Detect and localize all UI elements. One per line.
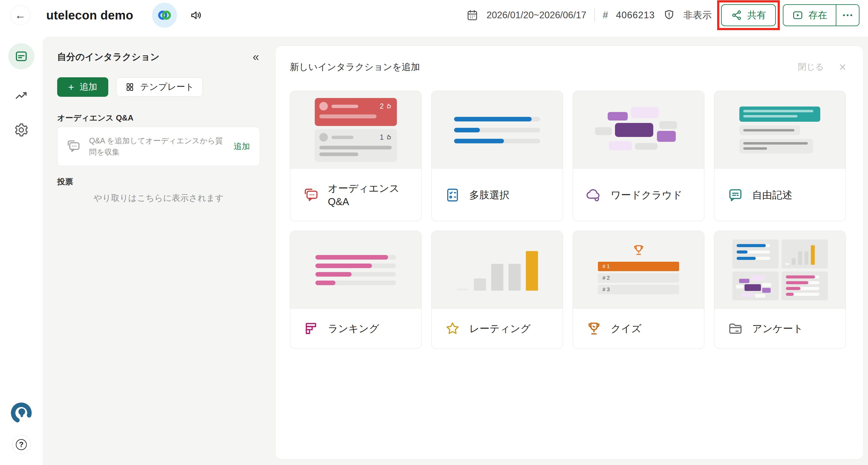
visibility-toggle[interactable]: 非表示: [683, 9, 712, 22]
card-label: ランキング: [328, 322, 379, 336]
rating-star-icon: [444, 320, 461, 337]
top-bar: ← utelecon demo 2026/01/20~2026/06/17 # …: [0, 0, 868, 30]
thumbs-up-icon: [385, 103, 392, 110]
grid-icon: [125, 82, 135, 92]
qa-chat-icon: [303, 187, 319, 203]
rating-illustration: [432, 231, 563, 309]
mini-rating: [782, 239, 828, 268]
trophy-icon: [632, 243, 645, 257]
templates-button[interactable]: テンプレート: [116, 77, 203, 97]
card-rating[interactable]: レーティング: [431, 231, 563, 349]
add-interaction-button[interactable]: + 追加: [57, 77, 108, 97]
mini-word-cloud: [732, 271, 779, 300]
thumbs-up-icon: [385, 134, 392, 141]
qa-empty-card: Q&A を追加してオーディエンスから質問を収集 追加: [57, 126, 260, 166]
sidebar-item-interactions[interactable]: [8, 43, 34, 69]
open-text-illustration: [714, 91, 845, 169]
qa-illustration: 2: [290, 91, 421, 169]
mini-ranking: [782, 271, 828, 300]
add-label: 追加: [80, 81, 97, 93]
announce-button[interactable]: [187, 6, 206, 24]
panel-heading: 新しいインタラクションを追加: [290, 61, 420, 73]
present-button[interactable]: 存在: [783, 5, 836, 26]
date-range[interactable]: 2026/01/20~2026/06/17: [487, 10, 586, 21]
ranking-icon: [303, 320, 319, 337]
present-play-icon: [792, 9, 804, 21]
event-meta: 2026/01/20~2026/06/17 # 4066213 非表示: [466, 8, 712, 22]
quiz-illustration: # 1 # 2 # 3: [573, 231, 704, 309]
close-icon[interactable]: ×: [837, 61, 848, 73]
event-title: utelecon demo: [46, 8, 133, 22]
card-label: ワードクラウド: [611, 188, 682, 202]
word-cloud-icon: [586, 187, 602, 203]
ranking-illustration: [290, 231, 421, 309]
qa-section-label: オーディエンス Q&A: [57, 113, 133, 123]
card-label: アンケート: [752, 322, 803, 336]
share-label: 共有: [747, 9, 766, 22]
present-button-group: 存在: [783, 4, 860, 26]
card-open-text[interactable]: 自由記述: [714, 91, 846, 221]
open-text-icon: [727, 187, 744, 203]
multiple-choice-illustration: [432, 91, 563, 169]
polls-empty-text: やり取りはこちらに表示されます: [57, 192, 260, 204]
add-interaction-panel: 新しいインタラクションを追加 閉じる × 2: [275, 46, 863, 460]
quiz-trophy-icon: [586, 320, 602, 337]
mini-choice: [732, 239, 779, 268]
panel-title: 自分のインタラクション: [57, 51, 159, 63]
divider: [594, 8, 595, 22]
card-quiz[interactable]: # 1 # 2 # 3 クイズ: [573, 231, 704, 349]
gear-icon: [14, 122, 29, 138]
back-arrow-icon: ←: [15, 9, 26, 22]
webex-logo: [152, 3, 177, 28]
chevrons-left-icon: «: [253, 51, 259, 63]
hash-icon: #: [603, 10, 608, 21]
card-multiple-choice[interactable]: 多肢選択: [431, 91, 563, 221]
workspace: 自分のインタラクション « + 追加 テンプレート オーディエンス Q&A: [42, 36, 868, 465]
red-annotation-box: 共有: [717, 0, 780, 30]
sidebar-item-analytics[interactable]: [14, 89, 29, 104]
webex-rings-icon: [157, 7, 173, 23]
polls-section-label: 投票: [57, 176, 73, 187]
present-label: 存在: [808, 9, 827, 22]
card-label: 自由記述: [752, 188, 792, 202]
slido-logo: [9, 401, 33, 425]
chat-bubbles-icon: [66, 139, 81, 154]
question-mark-icon: ?: [16, 439, 27, 450]
megaphone-icon: [190, 8, 203, 22]
survey-folder-icon: [727, 320, 744, 337]
more-options-button[interactable]: [836, 5, 859, 26]
calendar-icon: [466, 9, 479, 22]
card-label: オーディエンス Q&A: [328, 182, 402, 208]
card-word-cloud[interactable]: ワードクラウド: [573, 91, 704, 221]
card-label: クイズ: [611, 322, 642, 336]
card-ranking[interactable]: ランキング: [290, 231, 422, 349]
qa-add-link[interactable]: 追加: [232, 140, 251, 153]
help-button[interactable]: ?: [12, 435, 31, 454]
back-button[interactable]: ←: [10, 5, 30, 25]
shield-alert-icon: [663, 9, 676, 22]
event-code: 4066213: [616, 10, 655, 21]
close-button[interactable]: 閉じる: [796, 61, 826, 73]
interactions-icon: [14, 49, 29, 64]
sidebar-item-settings[interactable]: [14, 122, 29, 138]
interaction-type-grid: 2: [290, 91, 846, 349]
left-rail: ?: [0, 30, 42, 465]
collapse-panel-button[interactable]: «: [250, 51, 261, 64]
templates-label: テンプレート: [140, 81, 194, 93]
more-options-icon: [843, 14, 845, 16]
share-nodes-icon: [731, 9, 742, 21]
trending-up-icon: [14, 89, 29, 104]
card-label: レーティング: [469, 322, 531, 336]
card-audience-qa[interactable]: 2: [290, 91, 422, 221]
word-cloud-illustration: [573, 91, 704, 169]
card-label: 多肢選択: [469, 188, 509, 202]
qa-empty-text: Q&A を追加してオーディエンスから質問を収集: [89, 135, 224, 157]
survey-illustration: [714, 231, 845, 309]
card-survey[interactable]: アンケート: [714, 231, 846, 349]
share-button[interactable]: 共有: [721, 4, 776, 26]
multiple-choice-icon: [444, 187, 461, 203]
